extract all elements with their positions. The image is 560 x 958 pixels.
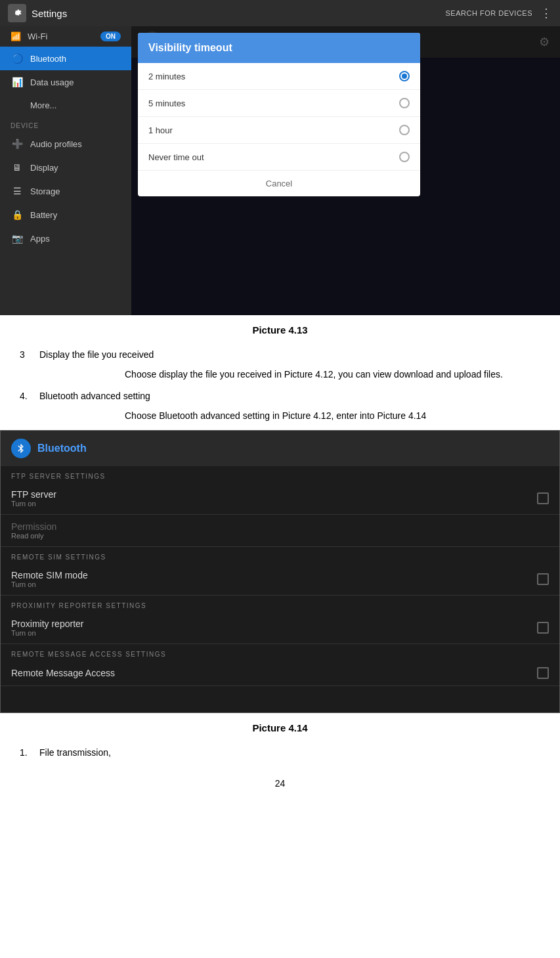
page-number: 24 xyxy=(0,765,560,802)
ftp-server-texts: FTP server Turn on xyxy=(11,489,56,508)
permission-name: Permission xyxy=(11,521,56,532)
more-label: More... xyxy=(30,100,56,110)
proximity-sub: Turn on xyxy=(11,629,83,637)
section-proximity-label: PROXIMITY REPORTER SETTINGS xyxy=(1,596,559,612)
bluetooth-label: Bluetooth xyxy=(30,54,66,64)
data-usage-label: Data usage xyxy=(30,77,74,87)
setting-proximity[interactable]: Proximity reporter Turn on xyxy=(1,612,559,644)
dialog-option-2min[interactable]: 2 minutes xyxy=(138,63,420,90)
item-4-desc: Choose Bluetooth advanced setting in Pic… xyxy=(125,408,540,423)
bt-screen-header: Bluetooth xyxy=(1,431,559,466)
doc-section-3: 3 Display the file you received Choose d… xyxy=(0,347,560,382)
storage-label: Storage xyxy=(30,186,60,196)
bt-screen-logo-icon xyxy=(11,439,31,458)
ftp-server-checkbox[interactable] xyxy=(537,492,549,504)
top-bar-right: SEARCH FOR DEVICES ⋮ xyxy=(446,6,552,20)
proximity-checkbox[interactable] xyxy=(537,622,549,634)
device-section-label: DEVICE xyxy=(0,117,131,132)
item-1-row: 1. File transmission, xyxy=(20,745,540,760)
caption-1: Picture 4.13 xyxy=(0,324,560,336)
item-3-desc: Choose display the file you received in … xyxy=(125,367,540,381)
audio-label: Audio profiles xyxy=(30,139,82,149)
dialog-option-never[interactable]: Never time out xyxy=(138,144,420,171)
doc-section-4: 4. Bluetooth advanced setting Choose Blu… xyxy=(0,389,560,424)
item-1-title: File transmission, xyxy=(39,745,111,760)
setting-remote-sim[interactable]: Remote SIM mode Turn on xyxy=(1,563,559,596)
remote-sim-sub: Turn on xyxy=(11,580,88,588)
storage-icon: ☰ xyxy=(11,186,24,196)
setting-remote-msg[interactable]: Remote Message Access xyxy=(1,661,559,686)
bottom-spacer xyxy=(1,686,559,712)
battery-label: Battery xyxy=(30,210,57,220)
apps-icon: 📷 xyxy=(11,233,24,244)
top-bar: Settings SEARCH FOR DEVICES ⋮ xyxy=(0,0,560,26)
item-3-row: 3 Display the file you received xyxy=(20,347,540,362)
sidebar: 📶 Wi-Fi ON 🔵 Bluetooth 📊 Data usage More… xyxy=(0,26,131,315)
sidebar-item-apps[interactable]: 📷 Apps xyxy=(0,227,131,250)
screenshot-2: Bluetooth FTP SERVER SETTINGS FTP server… xyxy=(0,430,560,713)
sidebar-item-battery[interactable]: 🔒 Battery xyxy=(0,203,131,227)
radio-1hour[interactable] xyxy=(399,125,410,135)
bluetooth-icon: 🔵 xyxy=(11,53,24,64)
cancel-button[interactable]: Cancel xyxy=(138,171,420,196)
display-icon: 🖥 xyxy=(11,162,24,173)
wifi-label: Wi-Fi xyxy=(28,32,47,41)
section-ftp-label: FTP SERVER SETTINGS xyxy=(1,466,559,483)
top-bar-left: Settings xyxy=(8,4,67,22)
more-options-icon[interactable]: ⋮ xyxy=(540,6,552,20)
settings-title: Settings xyxy=(32,8,67,19)
display-label: Display xyxy=(30,163,58,173)
item-3-num: 3 xyxy=(20,347,39,362)
right-content: 📞 ANDROID BT Only visible to paired devi… xyxy=(131,26,560,315)
ftp-server-sub: Turn on xyxy=(11,500,56,508)
radio-5min[interactable] xyxy=(399,98,410,108)
item-4-title: Bluetooth advanced setting xyxy=(39,389,150,403)
option-1hour-label: 1 hour xyxy=(148,125,173,135)
setting-permission: Permission Read only xyxy=(1,515,559,547)
remote-msg-texts: Remote Message Access xyxy=(11,668,115,678)
wifi-left: 📶 Wi-Fi xyxy=(11,32,47,41)
screenshot-1: Settings SEARCH FOR DEVICES ⋮ 📶 Wi-Fi ON… xyxy=(0,0,560,315)
setting-ftp-server[interactable]: FTP server Turn on xyxy=(1,483,559,515)
item-4-num: 4. xyxy=(20,389,39,403)
settings-icon xyxy=(8,4,26,22)
proximity-texts: Proximity reporter Turn on xyxy=(11,619,83,637)
proximity-name: Proximity reporter xyxy=(11,619,83,629)
sidebar-item-storage[interactable]: ☰ Storage xyxy=(0,179,131,203)
visibility-timeout-dialog: Visibility timeout 2 minutes 5 minutes 1… xyxy=(138,33,420,196)
sidebar-item-wifi[interactable]: 📶 Wi-Fi ON xyxy=(0,26,131,47)
item-1-num: 1. xyxy=(20,745,39,760)
option-2min-label: 2 minutes xyxy=(148,72,185,81)
radio-never[interactable] xyxy=(399,152,410,162)
item-3-title: Display the file you received xyxy=(39,347,154,362)
permission-sub: Read only xyxy=(11,532,56,540)
caption-2: Picture 4.14 xyxy=(0,722,560,733)
sidebar-item-more[interactable]: More... xyxy=(0,94,131,117)
dialog-overlay: Visibility timeout 2 minutes 5 minutes 1… xyxy=(131,26,560,315)
remote-sim-name: Remote SIM mode xyxy=(11,570,88,580)
dialog-title: Visibility timeout xyxy=(138,33,420,63)
remote-sim-texts: Remote SIM mode Turn on xyxy=(11,570,88,588)
section-remote-msg-label: REMOTE MESSAGE ACCESS SETTINGS xyxy=(1,644,559,661)
remote-msg-checkbox[interactable] xyxy=(537,667,549,679)
battery-icon: 🔒 xyxy=(11,209,24,220)
sidebar-item-audio[interactable]: ➕ Audio profiles xyxy=(0,132,131,156)
dialog-option-1hour[interactable]: 1 hour xyxy=(138,117,420,144)
sidebar-item-data-usage[interactable]: 📊 Data usage xyxy=(0,70,131,94)
remote-msg-name: Remote Message Access xyxy=(11,668,115,678)
main-content: 📶 Wi-Fi ON 🔵 Bluetooth 📊 Data usage More… xyxy=(0,26,560,315)
data-usage-icon: 📊 xyxy=(11,77,24,87)
item-4-row: 4. Bluetooth advanced setting xyxy=(20,389,540,403)
sidebar-item-display[interactable]: 🖥 Display xyxy=(0,156,131,179)
wifi-icon: 📶 xyxy=(11,32,21,41)
radio-2min[interactable] xyxy=(399,71,410,81)
wifi-toggle[interactable]: ON xyxy=(100,32,121,41)
remote-sim-checkbox[interactable] xyxy=(537,573,549,585)
section-remote-sim-label: REMOTE SIM SETTINGS xyxy=(1,547,559,563)
search-for-devices-label[interactable]: SEARCH FOR DEVICES xyxy=(446,9,532,17)
apps-label: Apps xyxy=(30,234,50,244)
option-5min-label: 5 minutes xyxy=(148,98,185,108)
sidebar-item-bluetooth[interactable]: 🔵 Bluetooth xyxy=(0,47,131,70)
audio-icon: ➕ xyxy=(11,139,24,149)
dialog-option-5min[interactable]: 5 minutes xyxy=(138,90,420,117)
